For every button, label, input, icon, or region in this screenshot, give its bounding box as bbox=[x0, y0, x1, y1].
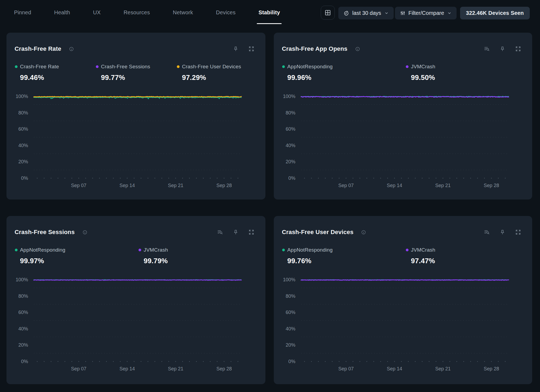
svg-text:80%: 80% bbox=[286, 293, 295, 299]
svg-text:0%: 0% bbox=[288, 175, 295, 181]
series-value: 99.96% bbox=[282, 73, 406, 82]
series-dot bbox=[282, 249, 285, 251]
pin-icon[interactable] bbox=[232, 229, 239, 235]
svg-text:Sep 28: Sep 28 bbox=[484, 366, 499, 371]
svg-text:Sep 07: Sep 07 bbox=[71, 183, 86, 188]
panel-title: Crash-Free Rate bbox=[15, 45, 61, 52]
tab-devices[interactable]: Devices bbox=[216, 0, 236, 25]
pin-icon[interactable] bbox=[499, 229, 506, 235]
legend: Crash-Free Rate Crash-Free Sessions Cras… bbox=[15, 62, 255, 71]
devices-seen-badge: 322.46K Devices Seen bbox=[460, 7, 530, 19]
legend-item[interactable]: AppNotResponding bbox=[282, 247, 406, 253]
series-dot bbox=[282, 65, 285, 68]
info-icon[interactable] bbox=[69, 46, 74, 52]
svg-text:20%: 20% bbox=[286, 159, 295, 164]
legend: AppNotResponding JVMCrash bbox=[15, 246, 255, 254]
svg-text:Sep 14: Sep 14 bbox=[387, 183, 402, 188]
filter-compare-button[interactable]: Filter/Compare bbox=[395, 7, 457, 19]
line-chart: 100%80%60%40%20%0%Sep 07Sep 14Sep 21Sep … bbox=[282, 88, 524, 194]
chevron-down-icon bbox=[384, 11, 389, 15]
svg-text:40%: 40% bbox=[18, 143, 28, 148]
panel-title: Crash-Free App Opens bbox=[282, 45, 347, 52]
svg-text:60%: 60% bbox=[18, 310, 28, 315]
legend-item[interactable]: JVMCrash bbox=[139, 247, 168, 253]
tab-bar: Pinned Health UX Resources Network Devic… bbox=[14, 0, 280, 25]
series-dot bbox=[15, 65, 18, 68]
svg-text:20%: 20% bbox=[18, 342, 28, 348]
svg-text:80%: 80% bbox=[18, 110, 28, 116]
tab-health[interactable]: Health bbox=[54, 0, 70, 25]
time-range-button[interactable]: last 30 days bbox=[338, 7, 394, 19]
layout-grid-button[interactable] bbox=[321, 6, 335, 20]
text-search-icon[interactable] bbox=[217, 229, 223, 235]
line-chart: 100%80%60%40%20%0%Sep 07Sep 14Sep 21Sep … bbox=[15, 88, 256, 194]
svg-text:0%: 0% bbox=[21, 175, 28, 181]
svg-text:60%: 60% bbox=[18, 126, 28, 132]
svg-text:100%: 100% bbox=[283, 277, 295, 282]
expand-icon[interactable] bbox=[248, 46, 255, 52]
panel-crash-free-sessions: Crash-Free Sessions bbox=[6, 216, 265, 384]
tab-ux[interactable]: UX bbox=[93, 0, 101, 25]
tab-resources[interactable]: Resources bbox=[124, 0, 150, 25]
series-value: 99.76% bbox=[282, 257, 406, 265]
svg-text:20%: 20% bbox=[18, 159, 28, 164]
line-chart: 100%80%60%40%20%0%Sep 07Sep 14Sep 21Sep … bbox=[282, 272, 524, 377]
series-value: 99.46% bbox=[15, 73, 96, 82]
info-icon[interactable] bbox=[361, 230, 366, 235]
legend-item[interactable]: Crash-Free Sessions bbox=[96, 64, 177, 70]
legend-item[interactable]: JVMCrash bbox=[406, 247, 435, 253]
text-search-icon[interactable] bbox=[484, 46, 490, 52]
filter-compare-label: Filter/Compare bbox=[409, 10, 444, 16]
line-chart: 100%80%60%40%20%0%Sep 07Sep 14Sep 21Sep … bbox=[15, 272, 256, 377]
expand-icon[interactable] bbox=[248, 229, 255, 235]
info-icon[interactable] bbox=[82, 230, 87, 235]
legend-item[interactable]: AppNotResponding bbox=[15, 247, 139, 253]
svg-text:60%: 60% bbox=[286, 310, 295, 315]
series-dot bbox=[177, 65, 180, 68]
legend-item[interactable]: AppNotResponding bbox=[282, 64, 406, 70]
header-controls: last 30 days Filter/Compare 322.46K Devi bbox=[321, 4, 530, 20]
svg-text:100%: 100% bbox=[283, 94, 295, 99]
legend-item[interactable]: Crash-Free Rate bbox=[15, 64, 96, 70]
time-filter-group: last 30 days Filter/Compare bbox=[338, 5, 457, 19]
series-value: 99.79% bbox=[139, 257, 168, 265]
chevron-down-icon bbox=[447, 11, 452, 15]
svg-text:40%: 40% bbox=[286, 143, 295, 148]
tab-pinned[interactable]: Pinned bbox=[14, 0, 31, 25]
series-dot bbox=[406, 249, 409, 251]
svg-text:Sep 28: Sep 28 bbox=[216, 183, 232, 188]
svg-text:Sep 21: Sep 21 bbox=[168, 366, 183, 371]
legend-item[interactable]: Crash-Free User Devices bbox=[177, 64, 241, 70]
tab-stability[interactable]: Stability bbox=[258, 0, 280, 25]
svg-text:20%: 20% bbox=[286, 342, 295, 348]
panel-title: Crash-Free Sessions bbox=[15, 229, 75, 236]
legend-item[interactable]: JVMCrash bbox=[406, 64, 435, 70]
info-icon[interactable] bbox=[355, 46, 360, 52]
pin-icon[interactable] bbox=[499, 46, 506, 52]
tab-network[interactable]: Network bbox=[173, 0, 193, 25]
series-value: 99.97% bbox=[15, 257, 139, 265]
svg-text:Sep 21: Sep 21 bbox=[435, 183, 451, 188]
pin-icon[interactable] bbox=[232, 46, 239, 52]
legend: AppNotResponding JVMCrash bbox=[282, 246, 521, 254]
panel-crash-free-user-devices: Crash-Free User Devices bbox=[274, 216, 532, 384]
svg-text:40%: 40% bbox=[18, 326, 28, 332]
svg-text:60%: 60% bbox=[286, 126, 295, 132]
panel-title: Crash-Free User Devices bbox=[282, 229, 353, 236]
svg-text:80%: 80% bbox=[286, 110, 295, 116]
top-nav: Pinned Health UX Resources Network Devic… bbox=[0, 0, 540, 25]
expand-icon[interactable] bbox=[515, 229, 521, 235]
svg-text:100%: 100% bbox=[16, 94, 28, 99]
expand-icon[interactable] bbox=[515, 46, 521, 52]
series-value: 99.50% bbox=[406, 73, 435, 82]
svg-text:Sep 28: Sep 28 bbox=[216, 366, 232, 371]
svg-text:Sep 14: Sep 14 bbox=[120, 183, 135, 188]
panel-crash-free-rate: Crash-Free Rate bbox=[6, 33, 265, 200]
text-search-icon[interactable] bbox=[484, 229, 490, 235]
series-value: 99.77% bbox=[96, 73, 177, 82]
svg-text:Sep 28: Sep 28 bbox=[484, 183, 499, 188]
svg-text:80%: 80% bbox=[18, 293, 28, 299]
svg-text:Sep 07: Sep 07 bbox=[338, 366, 354, 371]
svg-text:Sep 07: Sep 07 bbox=[71, 366, 86, 371]
svg-text:Sep 14: Sep 14 bbox=[387, 366, 402, 371]
